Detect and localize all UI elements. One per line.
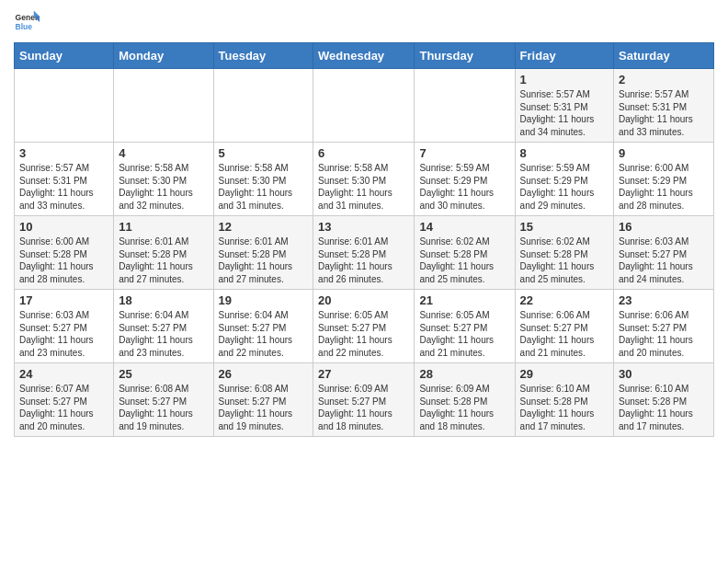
calendar-cell: 19Sunrise: 6:04 AMSunset: 5:27 PMDayligh… [213, 290, 313, 363]
day-number: 30 [619, 367, 709, 381]
cell-info-line: Daylight: 11 hours and 31 minutes. [318, 187, 409, 212]
cell-info-line: Daylight: 11 hours and 28 minutes. [619, 187, 709, 212]
cell-info-line: Sunset: 5:27 PM [119, 322, 208, 335]
calendar-cell: 18Sunrise: 6:04 AMSunset: 5:27 PMDayligh… [114, 290, 213, 363]
cell-info-line: Sunrise: 5:58 AM [219, 162, 309, 175]
cell-info-line: Daylight: 11 hours and 20 minutes. [19, 408, 108, 432]
cell-info-line: Sunrise: 6:04 AM [219, 309, 309, 322]
cell-info-line: Sunrise: 6:05 AM [419, 309, 509, 322]
cell-info-line: Sunrise: 5:57 AM [520, 88, 609, 101]
day-number: 16 [619, 220, 709, 234]
calendar-cell: 11Sunrise: 6:01 AMSunset: 5:28 PMDayligh… [114, 216, 213, 290]
cell-info-line: Sunrise: 6:09 AM [419, 383, 509, 396]
cell-info-line: Sunset: 5:27 PM [19, 396, 108, 408]
cell-info-line: Sunset: 5:30 PM [119, 175, 208, 188]
calendar-cell: 29Sunrise: 6:10 AMSunset: 5:28 PMDayligh… [515, 363, 613, 437]
logo-icon: General Blue [14, 9, 40, 35]
cell-info-line: Daylight: 11 hours and 31 minutes. [219, 187, 309, 212]
calendar-week-row: 3Sunrise: 5:57 AMSunset: 5:31 PMDaylight… [15, 143, 714, 216]
cell-info-line: Sunset: 5:30 PM [219, 175, 309, 188]
day-of-week-header: Tuesday [213, 43, 313, 69]
cell-info-line: Sunrise: 6:00 AM [19, 236, 108, 248]
day-number: 6 [318, 146, 409, 160]
cell-info-line: Daylight: 11 hours and 25 minutes. [520, 260, 609, 285]
calendar-cell: 17Sunrise: 6:03 AMSunset: 5:27 PMDayligh… [15, 290, 114, 363]
calendar-cell: 2Sunrise: 5:57 AMSunset: 5:31 PMDaylight… [614, 69, 714, 143]
cell-info-line: Sunset: 5:28 PM [520, 396, 609, 408]
day-number: 9 [619, 146, 709, 160]
day-number: 2 [619, 73, 709, 86]
calendar-cell: 26Sunrise: 6:08 AMSunset: 5:27 PMDayligh… [213, 363, 313, 437]
cell-info-line: Daylight: 11 hours and 23 minutes. [19, 334, 108, 359]
cell-info-line: Sunrise: 5:59 AM [419, 162, 509, 175]
day-number: 29 [520, 367, 609, 381]
cell-info-line: Daylight: 11 hours and 19 minutes. [119, 408, 208, 432]
cell-info-line: Daylight: 11 hours and 29 minutes. [520, 187, 609, 212]
cell-info-line: Sunrise: 6:02 AM [520, 236, 609, 248]
cell-info-line: Sunrise: 6:01 AM [219, 236, 309, 248]
calendar-cell: 14Sunrise: 6:02 AMSunset: 5:28 PMDayligh… [415, 216, 515, 290]
cell-info-line: Daylight: 11 hours and 21 minutes. [520, 334, 609, 359]
day-number: 14 [419, 220, 509, 234]
calendar-week-row: 24Sunrise: 6:07 AMSunset: 5:27 PMDayligh… [15, 363, 714, 437]
cell-info-line: Sunset: 5:28 PM [520, 248, 609, 261]
day-of-week-header: Wednesday [313, 43, 415, 69]
cell-info-line: Daylight: 11 hours and 33 minutes. [619, 113, 709, 138]
cell-info-line: Sunrise: 6:01 AM [119, 236, 208, 248]
calendar-cell: 20Sunrise: 6:05 AMSunset: 5:27 PMDayligh… [313, 290, 415, 363]
calendar-cell [213, 69, 313, 143]
cell-info-line: Sunrise: 6:06 AM [520, 309, 609, 322]
day-number: 3 [19, 146, 108, 160]
cell-info-line: Sunrise: 6:03 AM [19, 309, 108, 322]
logo: General Blue [14, 9, 43, 35]
calendar-cell: 12Sunrise: 6:01 AMSunset: 5:28 PMDayligh… [213, 216, 313, 290]
calendar-cell: 3Sunrise: 5:57 AMSunset: 5:31 PMDaylight… [15, 143, 114, 216]
calendar-cell: 24Sunrise: 6:07 AMSunset: 5:27 PMDayligh… [15, 363, 114, 437]
day-number: 5 [219, 146, 309, 160]
cell-info-line: Sunset: 5:28 PM [19, 248, 108, 261]
cell-info-line: Sunrise: 5:57 AM [619, 88, 709, 101]
cell-info-line: Daylight: 11 hours and 34 minutes. [520, 113, 609, 138]
cell-info-line: Sunrise: 6:03 AM [619, 236, 709, 248]
cell-info-line: Sunrise: 6:08 AM [119, 383, 208, 396]
cell-info-line: Sunrise: 6:07 AM [19, 383, 108, 396]
calendar-cell: 10Sunrise: 6:00 AMSunset: 5:28 PMDayligh… [15, 216, 114, 290]
day-number: 1 [520, 73, 609, 86]
cell-info-line: Sunrise: 6:00 AM [619, 162, 709, 175]
day-number: 12 [219, 220, 309, 234]
calendar-week-row: 1Sunrise: 5:57 AMSunset: 5:31 PMDaylight… [15, 69, 714, 143]
cell-info-line: Sunset: 5:31 PM [19, 175, 108, 188]
day-number: 18 [119, 293, 208, 307]
calendar-cell: 13Sunrise: 6:01 AMSunset: 5:28 PMDayligh… [313, 216, 415, 290]
cell-info-line: Sunrise: 6:04 AM [119, 309, 208, 322]
cell-info-line: Daylight: 11 hours and 32 minutes. [119, 187, 208, 212]
calendar-header-row: SundayMondayTuesdayWednesdayThursdayFrid… [15, 43, 714, 69]
day-number: 17 [19, 293, 108, 307]
day-number: 26 [219, 367, 309, 381]
calendar-cell: 15Sunrise: 6:02 AMSunset: 5:28 PMDayligh… [515, 216, 613, 290]
cell-info-line: Sunrise: 5:59 AM [520, 162, 609, 175]
cell-info-line: Sunset: 5:28 PM [219, 248, 309, 261]
calendar-cell: 23Sunrise: 6:06 AMSunset: 5:27 PMDayligh… [614, 290, 714, 363]
cell-info-line: Sunset: 5:27 PM [520, 322, 609, 335]
cell-info-line: Daylight: 11 hours and 22 minutes. [318, 334, 409, 359]
cell-info-line: Sunset: 5:28 PM [318, 248, 409, 261]
calendar-cell: 8Sunrise: 5:59 AMSunset: 5:29 PMDaylight… [515, 143, 613, 216]
cell-info-line: Daylight: 11 hours and 21 minutes. [419, 334, 509, 359]
cell-info-line: Daylight: 11 hours and 26 minutes. [318, 260, 409, 285]
cell-info-line: Sunset: 5:27 PM [619, 322, 709, 335]
calendar-cell: 21Sunrise: 6:05 AMSunset: 5:27 PMDayligh… [415, 290, 515, 363]
calendar-week-row: 17Sunrise: 6:03 AMSunset: 5:27 PMDayligh… [15, 290, 714, 363]
cell-info-line: Sunset: 5:27 PM [318, 322, 409, 335]
day-of-week-header: Thursday [415, 43, 515, 69]
cell-info-line: Sunset: 5:27 PM [219, 396, 309, 408]
day-number: 25 [119, 367, 208, 381]
cell-info-line: Sunrise: 5:58 AM [119, 162, 208, 175]
cell-info-line: Daylight: 11 hours and 33 minutes. [19, 187, 108, 212]
cell-info-line: Daylight: 11 hours and 19 minutes. [219, 408, 309, 432]
cell-info-line: Daylight: 11 hours and 18 minutes. [318, 408, 409, 432]
calendar-cell: 30Sunrise: 6:10 AMSunset: 5:28 PMDayligh… [614, 363, 714, 437]
day-number: 21 [419, 293, 509, 307]
calendar-week-row: 10Sunrise: 6:00 AMSunset: 5:28 PMDayligh… [15, 216, 714, 290]
day-of-week-header: Saturday [614, 43, 714, 69]
